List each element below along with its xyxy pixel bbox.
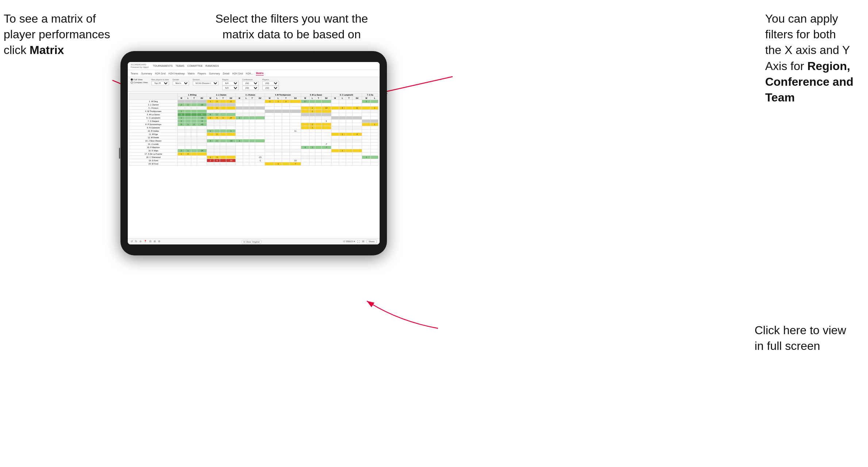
matrix-cell [339, 153, 346, 156]
grid-icon[interactable]: ⊞ [362, 240, 364, 243]
matrix-cell [255, 120, 265, 123]
subnav-h2h-grid2[interactable]: H2H Grid [232, 72, 243, 76]
matrix-cell [243, 107, 249, 110]
col-wding: 1. W Ding [178, 93, 207, 97]
nav-tournaments[interactable]: TOURNAMENTS [153, 65, 173, 67]
matrix-cell [322, 113, 331, 116]
matrix-cell [362, 136, 371, 139]
subnav-matrix-active[interactable]: Matrix [256, 71, 264, 76]
col-jkoivun: 3. J Koivun [236, 93, 265, 97]
nav-committee[interactable]: COMMITTEE [187, 65, 203, 67]
zoom-in-icon[interactable]: ⊞ [154, 240, 156, 243]
matrix-cell [274, 116, 282, 120]
matrix-container[interactable]: 1. W Ding 2. L Clanton 3. J Koivun 4. M … [128, 92, 380, 238]
watch-icon[interactable]: ⊙ Watch ▾ [343, 240, 355, 243]
subnav-h2h-heatmap[interactable]: H2H Heatmap [169, 72, 185, 76]
full-view-option[interactable]: Full View [131, 78, 148, 81]
matrix-cell [243, 146, 249, 149]
matrix-cell [185, 110, 191, 113]
undo-icon[interactable]: ↺ [131, 240, 133, 243]
matrix-cell [274, 143, 282, 146]
matrix-cell [322, 133, 331, 136]
matrix-cell: 1 [309, 123, 315, 126]
matrix-cell [346, 126, 352, 130]
subnav-players[interactable]: Players [197, 72, 206, 76]
matrix-cell: 10 [197, 143, 207, 146]
matrix-cell: 1 [236, 113, 243, 116]
compact-view-option[interactable]: Compact View [131, 81, 148, 84]
matrix-cell [243, 133, 249, 136]
matrix-cell: 1 [339, 133, 346, 136]
matrix-cell [346, 159, 352, 162]
table-row: 4. M Thorbjornsen1111111 [129, 110, 379, 113]
matrix-cell: 11 [226, 100, 236, 103]
players-select2[interactable]: (All) [262, 86, 279, 90]
matrix-cell: 1 [207, 153, 214, 156]
matrix-cell: 2 [207, 159, 214, 162]
matrix-cell [339, 159, 346, 162]
matrix-cell: 1 [185, 123, 191, 126]
annotation-tc-line1: Select the filters you want the [215, 12, 368, 25]
conference-select2[interactable]: (All) [242, 86, 259, 90]
subnav-h2hmore[interactable]: H2H... [246, 72, 253, 76]
nav-teams[interactable]: TEAMS [176, 65, 184, 67]
matrix-cell: 1 [207, 130, 214, 133]
matrix-cell [274, 133, 282, 136]
nav-rankings[interactable]: RANKINGS [206, 65, 219, 67]
matrix-cell [322, 159, 331, 162]
matrix-cell [255, 130, 265, 133]
matrix-cell [315, 149, 322, 153]
subnav-matrix[interactable]: Matrix [188, 72, 195, 76]
table-row: 18. C Sherwood13-1522-101 [129, 156, 379, 159]
matrix-cell [346, 103, 352, 107]
table-row: 20. M Ford331-1117 [129, 162, 379, 166]
screen-icon[interactable]: ⛶ [357, 240, 360, 243]
matrix-cell: 1 [178, 116, 185, 120]
subnav-h2h-grid[interactable]: H2H Grid [155, 72, 166, 76]
matrix-cell [331, 133, 339, 136]
player-name-cell: 11. M Ege [129, 133, 178, 136]
redo-icon[interactable]: ↻ [135, 240, 137, 243]
max-players-select[interactable]: Top 25 [151, 81, 169, 85]
annotation-tr-line4: Axis for Region, [765, 59, 850, 73]
matrix-cell [178, 100, 185, 103]
subnav-summary2[interactable]: Summary [209, 72, 220, 76]
matrix-cell [331, 120, 339, 123]
matrix-cell: -1 [255, 159, 265, 162]
subnav-teams[interactable]: Teams [131, 72, 138, 76]
pin-icon[interactable]: 📍 [144, 240, 147, 243]
share-button[interactable]: Share [366, 240, 377, 243]
matrix-cell [352, 113, 362, 116]
zoom-out-icon[interactable]: ⊟ [149, 240, 151, 243]
subnav-detail[interactable]: Detail [223, 72, 229, 76]
conference-select1[interactable]: (All) [242, 81, 259, 85]
matrix-cell [282, 110, 290, 113]
region-select1[interactable]: N/A [222, 81, 239, 85]
matrix-cell [191, 133, 197, 136]
matrix-cell: 1 [362, 156, 371, 159]
matrix-cell [290, 153, 301, 156]
matrix-cell [236, 110, 243, 113]
matrix-cell: 1 [243, 113, 249, 116]
region-select2[interactable]: N/A [222, 86, 239, 90]
settings-icon[interactable]: ⚙ [158, 240, 160, 243]
matrix-cell [331, 136, 339, 139]
matrix-cell [249, 110, 255, 113]
player-name-cell: 16. K Vilips [129, 149, 178, 153]
matrix-cell [255, 133, 265, 136]
division-select[interactable]: NCAA Division I [193, 81, 219, 85]
matrix-cell: 2 [178, 103, 185, 107]
matrix-cell: 1 [185, 143, 191, 146]
matrix-cell [331, 107, 339, 110]
view-original-btn[interactable]: ⊡ View: Original [242, 240, 261, 243]
matrix-cell [178, 159, 185, 162]
annotation-br-line1: Click here to view [754, 324, 846, 337]
gender-filter: Gender Men's [173, 78, 189, 85]
gender-select[interactable]: Men's [173, 81, 189, 85]
matrix-cell [322, 136, 331, 139]
subnav-summary[interactable]: Summary [141, 72, 152, 76]
players-select1[interactable]: (All) [262, 81, 279, 85]
matrix-cell [352, 146, 362, 149]
matrix-cell [236, 143, 243, 146]
history-icon[interactable]: ⊖ [139, 240, 142, 243]
